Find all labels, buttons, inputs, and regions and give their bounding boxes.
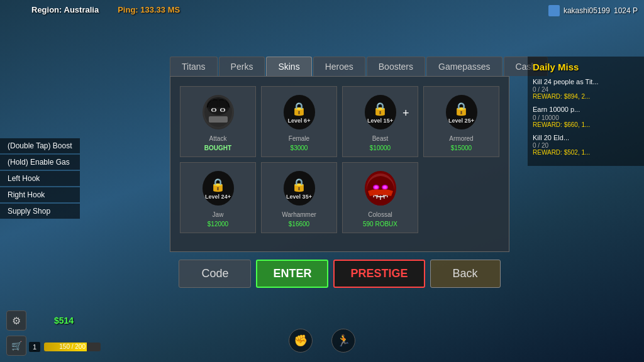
mission-2: Earn 10000 p... 0 / 10000 REWARD: $660, … (533, 105, 639, 128)
money-display: $514 (54, 315, 74, 326)
shop-button[interactable]: 🛒 (6, 336, 26, 356)
tab-boosters[interactable]: Boosters (367, 57, 425, 76)
skin-armored-portrait: 🔒 Level 25+ (443, 92, 480, 133)
skin-colossal-face (365, 171, 396, 206)
skin-warhammer-face: 🔒 Level 35+ (284, 171, 315, 206)
svg-point-11 (383, 186, 387, 189)
ping-text: Ping: 133.33 MS (118, 5, 180, 14)
skin-jaw-name: Jaw (213, 211, 224, 218)
skin-warhammer[interactable]: 🔒 Level 35+ Warhammer $16600 (261, 162, 337, 233)
tab-gamepasses[interactable]: Gamepasses (426, 57, 502, 76)
skin-beast-lock: 🔒 Level 15+ (365, 95, 396, 129)
tab-perks[interactable]: Perks (219, 57, 265, 76)
skin-beast-portrait: 🔒 Level 15+ (362, 92, 399, 133)
mission-1-progress: 0 / 24 (533, 86, 639, 93)
right-panel: Daily Miss Kill 24 people as Tit... 0 / … (528, 57, 644, 166)
skin-armored-face: 🔒 Level 25+ (446, 95, 477, 129)
skin-warhammer-portrait: 🔒 Level 35+ (280, 168, 318, 209)
svg-point-4 (212, 109, 215, 112)
enter-button[interactable]: ENTER (256, 260, 328, 288)
skin-jaw[interactable]: 🔒 Level 24+ Jaw $12000 (180, 162, 256, 233)
mission-2-text: Earn 10000 p... (533, 105, 639, 114)
tabs: Titans Perks Skins Heroes Boosters Gamep… (170, 57, 509, 76)
svg-rect-6 (209, 116, 228, 123)
user-points: 1024 P (614, 6, 638, 15)
left-sidebar: (Double Tap) Boost (Hold) Enable Gas Lef… (0, 138, 80, 219)
mission-2-progress: 0 / 10000 (533, 114, 639, 121)
main-panel: Titans Perks Skins Heroes Boosters Gamep… (170, 57, 509, 288)
skin-female-face: 🔒 Level 6+ (284, 95, 315, 129)
skin-female-level: Level 6+ (288, 118, 311, 124)
skin-beast-face: 🔒 Level 15+ (365, 95, 396, 129)
skin-jaw-portrait: 🔒 Level 24+ (199, 168, 237, 209)
skin-female-price: $3000 (291, 145, 308, 151)
sidebar-btn-supply-shop[interactable]: Supply Shop (0, 204, 80, 219)
xp-text: 150 / 200 (59, 343, 86, 350)
bottom-center-icons: ✊ 🏃 (289, 329, 355, 353)
skin-colossal-portrait (362, 168, 399, 209)
skin-beast[interactable]: 🔒 Level 15+ Beast $10000 (342, 86, 418, 157)
skin-warhammer-level: Level 35+ (286, 194, 312, 200)
sidebar-btn-double-tap[interactable]: (Double Tap) Boost (0, 138, 80, 153)
back-button[interactable]: Back (430, 260, 501, 288)
prestige-button[interactable]: PRESTIGE (333, 260, 425, 288)
region-text: Region: Australia (31, 5, 99, 14)
skin-armored-lock: 🔒 Level 25+ (446, 95, 477, 129)
skin-colossal[interactable]: Colossal 590 ROBUX (342, 162, 418, 233)
bottom-left-ui: ⚙ $514 🛒 1 150 / 200 (6, 310, 101, 356)
svg-line-15 (384, 195, 384, 199)
skin-female[interactable]: 🔒 Level 6+ Female $3000 (261, 86, 337, 157)
skin-warhammer-name: Warhammer (282, 211, 316, 218)
skin-beast-name: Beast (372, 135, 389, 142)
sidebar-btn-hold-gas[interactable]: (Hold) Enable Gas (0, 155, 80, 170)
skin-jaw-level: Level 24+ (205, 194, 231, 200)
skin-female-name: Female (289, 135, 309, 142)
mission-3-text: Kill 20 Eld... (533, 133, 639, 142)
mission-1: Kill 24 people as Tit... 0 / 24 REWARD: … (533, 77, 639, 100)
tab-titans[interactable]: Titans (170, 57, 218, 76)
panel-body: Attack BOUGHT 🔒 Level 6+ Female $3000 (170, 76, 509, 252)
user-info: kakashi05199 1024 P (548, 5, 638, 16)
attack-icon[interactable]: ✊ (289, 329, 313, 353)
top-bar: Region: Australia Ping: 133.33 MS (31, 5, 180, 14)
svg-line-13 (377, 195, 377, 199)
mission-1-reward: REWARD: $894, 2... (533, 93, 639, 100)
svg-point-5 (221, 109, 224, 112)
daily-missions-title: Daily Miss (533, 62, 639, 72)
tab-heroes[interactable]: Heroes (313, 57, 365, 76)
skin-jaw-price: $12000 (208, 221, 228, 228)
skin-armored-price: $15000 (451, 145, 472, 151)
bottom-buttons: Code ENTER PRESTIGE Back (170, 260, 509, 288)
gear-button[interactable]: ⚙ (6, 310, 26, 331)
svg-point-10 (374, 186, 378, 189)
skin-warhammer-lock: 🔒 Level 35+ (284, 171, 315, 206)
skin-armored-name: Armored (449, 135, 473, 142)
skin-colossal-name: Colossal (368, 211, 392, 218)
user-avatar (548, 5, 560, 16)
skins-grid: Attack BOUGHT 🔒 Level 6+ Female $3000 (180, 86, 499, 233)
mission-1-text: Kill 24 people as Tit... (533, 77, 639, 86)
move-icon[interactable]: 🏃 (331, 329, 355, 353)
skin-jaw-lock: 🔒 Level 24+ (203, 171, 234, 206)
skin-attack-name: Attack (209, 135, 227, 142)
skin-attack-portrait (199, 92, 237, 133)
mission-3-progress: 0 / 20 (533, 142, 639, 149)
skin-attack-face (203, 95, 234, 129)
skin-beast-level: Level 15+ (367, 118, 393, 124)
tab-skins[interactable]: Skins (266, 57, 311, 76)
skin-armored[interactable]: 🔒 Level 25+ Armored $15000 (423, 86, 499, 157)
mission-2-reward: REWARD: $660, 1... (533, 121, 639, 128)
mission-3-reward: REWARD: $502, 1... (533, 149, 639, 156)
username: kakashi05199 (564, 6, 610, 15)
code-button[interactable]: Code (179, 260, 251, 288)
sidebar-btn-right-hook[interactable]: Right Hook (0, 187, 80, 202)
mission-3: Kill 20 Eld... 0 / 20 REWARD: $502, 1... (533, 133, 639, 156)
skin-armored-level: Level 25+ (448, 118, 474, 124)
skin-female-portrait: 🔒 Level 6+ (280, 92, 318, 133)
level-bar-container: 1 150 / 200 (29, 342, 101, 352)
skin-warhammer-price: $16600 (289, 221, 309, 228)
skin-jaw-face: 🔒 Level 24+ (203, 171, 234, 206)
sidebar-btn-left-hook[interactable]: Left Hook (0, 171, 80, 186)
skin-female-lock: 🔒 Level 6+ (284, 95, 315, 129)
skin-attack[interactable]: Attack BOUGHT (180, 86, 256, 157)
